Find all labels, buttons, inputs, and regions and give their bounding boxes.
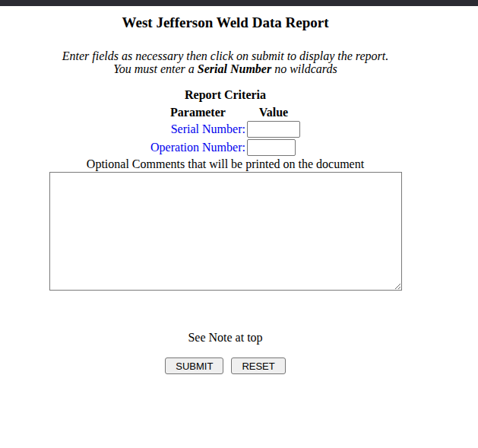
button-row: SUBMIT RESET bbox=[0, 357, 451, 374]
operation-number-input[interactable] bbox=[247, 139, 296, 156]
serial-number-input[interactable] bbox=[247, 121, 300, 138]
see-note-text: See Note at top bbox=[0, 332, 451, 344]
serial-number-link[interactable]: Serial Number: bbox=[171, 122, 245, 135]
operation-number-link[interactable]: Operation Number: bbox=[150, 141, 245, 154]
comments-textarea[interactable] bbox=[49, 172, 402, 291]
value-column-header: Value bbox=[247, 106, 300, 119]
submit-button[interactable]: SUBMIT bbox=[165, 357, 223, 374]
instructions-line1: Enter fields as necessary then click on … bbox=[62, 49, 389, 62]
reset-button[interactable]: RESET bbox=[231, 357, 285, 374]
report-criteria-heading: Report Criteria bbox=[0, 89, 451, 101]
operation-number-row: Operation Number: bbox=[150, 139, 300, 156]
comments-label: Optional Comments that will be printed o… bbox=[0, 158, 451, 170]
instructions-serial-number-emphasis: Serial Number bbox=[198, 62, 271, 75]
parameter-column-header: Parameter bbox=[150, 106, 245, 119]
serial-number-row: Serial Number: bbox=[150, 121, 300, 138]
report-form: West Jefferson Weld Data Report Enter fi… bbox=[0, 14, 451, 374]
criteria-table: Parameter Value Serial Number: Operation… bbox=[149, 104, 302, 157]
window-top-bar bbox=[0, 0, 478, 6]
instructions-line2-suffix: no wildcards bbox=[271, 62, 337, 75]
criteria-header-row: Parameter Value bbox=[150, 106, 300, 119]
page-title: West Jefferson Weld Data Report bbox=[0, 14, 451, 31]
instructions-line2-prefix: You must enter a bbox=[113, 62, 198, 75]
instructions: Enter fields as necessary then click on … bbox=[0, 49, 451, 75]
